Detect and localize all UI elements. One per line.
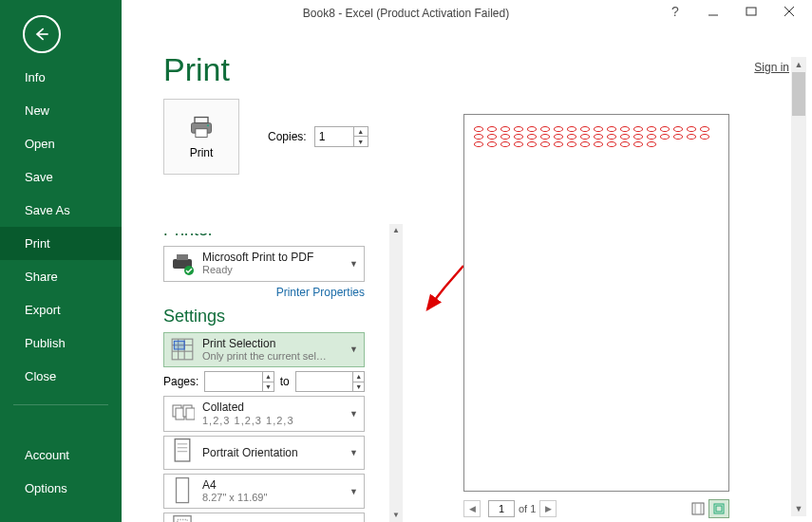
- up-icon[interactable]: ▲: [263, 372, 274, 382]
- sidebar-item-save[interactable]: Save: [0, 160, 122, 194]
- orientation-title: Portrait Orientation: [202, 446, 358, 459]
- printer-section-title: Printer: [163, 220, 387, 240]
- window-title: Book8 - Excel (Product Activation Failed…: [303, 7, 509, 20]
- scroll-down-icon[interactable]: ▼: [791, 501, 806, 516]
- svg-rect-5: [195, 118, 208, 123]
- orientation-dropdown[interactable]: Portrait Orientation ▼: [163, 436, 365, 470]
- prev-page-button[interactable]: ◀: [463, 500, 481, 517]
- settings-scroll-area: Printer Microsoft Print to PDF Ready ▼ P…: [163, 224, 387, 522]
- preview-page-content: [474, 126, 719, 204]
- svg-rect-10: [177, 254, 188, 260]
- caret-down-icon: ▼: [349, 345, 358, 354]
- current-page-input[interactable]: [488, 500, 515, 517]
- collated-dropdown[interactable]: Collated 1,2,3 1,2,3 1,2,3 ▼: [163, 396, 365, 432]
- svg-rect-17: [174, 342, 184, 350]
- down-icon[interactable]: ▼: [263, 382, 274, 392]
- maximize-button[interactable]: [732, 0, 770, 23]
- copies-up-icon[interactable]: ▲: [354, 127, 368, 137]
- sidebar-item-account[interactable]: Account: [0, 438, 122, 472]
- window-controls: ?: [656, 0, 808, 23]
- next-page-button[interactable]: ▶: [539, 500, 557, 517]
- svg-rect-22: [175, 438, 190, 460]
- sidebar-item-new[interactable]: New: [0, 94, 122, 127]
- paper-sub: 8.27" x 11.69": [202, 492, 358, 504]
- margins-icon: [170, 517, 195, 522]
- printer-name: Microsoft Print to PDF: [202, 251, 358, 264]
- minimize-button[interactable]: [694, 0, 732, 23]
- svg-rect-33: [716, 506, 722, 512]
- main-scrollbar[interactable]: ▲ ▼: [791, 57, 806, 516]
- pages-to-spinner[interactable]: ▲▼: [295, 371, 365, 392]
- svg-rect-27: [174, 516, 191, 522]
- printer-status: Ready: [202, 264, 358, 276]
- settings-section-title: Settings: [163, 307, 387, 326]
- sidebar-item-publish[interactable]: Publish: [0, 326, 122, 360]
- sidebar-item-open[interactable]: Open: [0, 127, 122, 160]
- copies-input[interactable]: [315, 127, 353, 146]
- copies-spinner[interactable]: ▲ ▼: [314, 126, 368, 147]
- print-backstage: Sign in ▲ ▼ Print Print Copies:: [122, 27, 812, 522]
- sidebar-item-info[interactable]: Info: [0, 61, 122, 94]
- caret-down-icon: ▼: [349, 448, 358, 457]
- sidebar-item-options[interactable]: Options: [0, 472, 122, 505]
- back-button[interactable]: [23, 15, 61, 53]
- show-margins-button[interactable]: [688, 499, 708, 518]
- scroll-up-icon[interactable]: ▲: [791, 57, 806, 72]
- sidebar-item-saveas[interactable]: Save As: [0, 194, 122, 227]
- pages-from-spinner[interactable]: ▲▼: [204, 371, 274, 392]
- copies-row: Copies: ▲ ▼: [268, 126, 368, 147]
- help-button[interactable]: ?: [656, 0, 694, 23]
- print-row: Print Copies: ▲ ▼: [163, 99, 484, 175]
- sidebar-item-print[interactable]: Print: [0, 227, 122, 260]
- collate-icon: [170, 401, 195, 426]
- settings-scrollbar[interactable]: ▲ ▼: [389, 224, 403, 522]
- print-button-label: Print: [190, 146, 214, 159]
- pages-from-input[interactable]: [205, 372, 262, 391]
- svg-rect-26: [177, 477, 189, 502]
- pages-to-input[interactable]: [296, 372, 353, 391]
- sidebar-item-export[interactable]: Export: [0, 293, 122, 326]
- scroll-down-icon[interactable]: ▼: [389, 509, 403, 522]
- backstage-sidebar: Info New Open Save Save As Print Share E…: [0, 0, 122, 522]
- scroll-thumb[interactable]: [792, 72, 805, 116]
- page-icon: [170, 479, 195, 504]
- pages-row: Pages: ▲▼ to ▲▼: [163, 371, 365, 392]
- margins-dropdown[interactable]: Normal Margins ▼: [163, 513, 365, 522]
- print-button[interactable]: Print: [163, 99, 239, 175]
- caret-down-icon: ▼: [349, 409, 358, 419]
- printer-properties-link[interactable]: Printer Properties: [163, 286, 365, 299]
- paper-title: A4: [202, 478, 358, 492]
- printer-icon: [188, 114, 215, 140]
- svg-rect-29: [692, 503, 704, 514]
- print-area-sub: Only print the current sel…: [202, 350, 358, 363]
- signin-link[interactable]: Sign in: [754, 61, 789, 74]
- pages-label: Pages:: [163, 375, 198, 388]
- title-bar: Book8 - Excel (Product Activation Failed…: [0, 0, 812, 27]
- zoom-to-page-button[interactable]: [708, 499, 729, 518]
- sidebar-item-share[interactable]: Share: [0, 260, 122, 293]
- svg-rect-7: [196, 129, 207, 138]
- preview-nav: ◀ of 1 ▶: [463, 497, 729, 520]
- svg-rect-21: [186, 408, 195, 419]
- printer-dropdown[interactable]: Microsoft Print to PDF Ready ▼: [163, 246, 365, 282]
- print-area-dropdown[interactable]: Print Selection Only print the current s…: [163, 332, 365, 368]
- printer-device-icon: [170, 252, 195, 276]
- page-count-label: of 1: [519, 503, 536, 514]
- sidebar-item-close[interactable]: Close: [0, 360, 122, 393]
- down-icon[interactable]: ▼: [353, 382, 364, 392]
- up-icon[interactable]: ▲: [353, 372, 364, 382]
- svg-point-8: [207, 124, 209, 126]
- print-preview: [463, 114, 729, 492]
- grid-selection-icon: [170, 337, 195, 362]
- caret-down-icon: ▼: [349, 259, 358, 269]
- to-label: to: [280, 375, 290, 388]
- caret-down-icon: ▼: [349, 487, 358, 496]
- copies-down-icon[interactable]: ▼: [354, 137, 368, 146]
- collated-title: Collated: [202, 401, 358, 414]
- page-heading: Print: [163, 51, 230, 88]
- scroll-up-icon[interactable]: ▲: [389, 224, 403, 237]
- copies-label: Copies:: [268, 130, 307, 143]
- close-button[interactable]: [770, 0, 808, 23]
- paper-size-dropdown[interactable]: A4 8.27" x 11.69" ▼: [163, 474, 365, 510]
- print-area-title: Print Selection: [202, 337, 358, 350]
